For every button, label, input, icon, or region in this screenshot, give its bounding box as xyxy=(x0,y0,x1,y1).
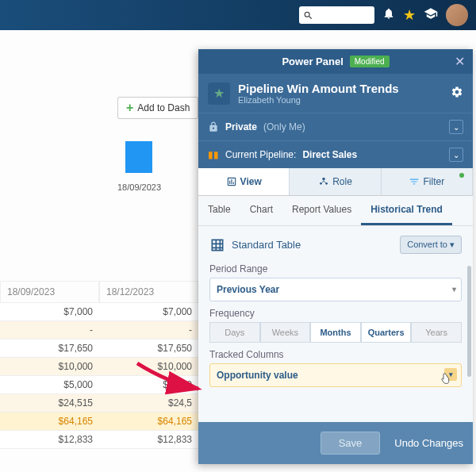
chevron-down-icon[interactable]: ⌄ xyxy=(449,148,463,162)
privacy-scope: (Only Me) xyxy=(263,121,305,132)
save-button[interactable]: Save xyxy=(321,432,381,455)
annotation-arrow xyxy=(133,355,205,395)
panel-body: Standard Table Convert to ▾ Period Range… xyxy=(198,226,473,422)
subtabs: Table Chart Report Values Historical Tre… xyxy=(198,196,473,226)
pipeline-icon: ▮▮ xyxy=(208,149,219,160)
chevron-down-icon[interactable]: ⌄ xyxy=(449,120,463,134)
cursor-pointer-icon xyxy=(439,371,451,389)
freq-months[interactable]: Months xyxy=(310,322,361,343)
tabs-row: View Role Filter xyxy=(198,168,473,196)
report-title: Pipeline Win Amount Trends xyxy=(238,82,399,95)
lock-icon xyxy=(208,121,219,132)
table-row: $7,000$7,000 xyxy=(0,303,198,321)
privacy-row[interactable]: Private (Only Me) ⌄ xyxy=(198,113,473,140)
panel-header: Power Panel Modified ✕ xyxy=(198,49,473,74)
frequency-label: Frequency xyxy=(209,308,462,319)
svg-point-1 xyxy=(320,182,322,185)
favorites-star-icon[interactable]: ★ xyxy=(403,6,416,24)
col-header: 18/09/2023 xyxy=(0,281,99,303)
panel-footer: Save Undo Changes xyxy=(198,422,473,464)
freq-days[interactable]: Days xyxy=(209,322,260,343)
svg-point-2 xyxy=(325,182,328,185)
subtab-chart[interactable]: Chart xyxy=(240,196,282,225)
top-bar: ★ xyxy=(0,0,476,30)
col-header: 18/12/2023 xyxy=(99,281,198,303)
freq-quarters[interactable]: Quarters xyxy=(361,322,412,343)
tab-role[interactable]: Role xyxy=(290,168,381,195)
report-owner: Elizabeth Young xyxy=(238,95,399,105)
freq-weeks[interactable]: Weeks xyxy=(260,322,311,343)
table-row: $12,833$12,833 xyxy=(0,431,198,449)
period-range-label: Period Range xyxy=(209,263,462,274)
svg-point-0 xyxy=(322,178,325,181)
role-icon xyxy=(318,176,329,187)
plus-icon: + xyxy=(126,101,133,115)
pipeline-label: Current Pipeline: xyxy=(225,149,296,160)
panel-header-title: Power Panel xyxy=(282,56,343,67)
search-input[interactable] xyxy=(299,6,374,24)
chart-x-label: 18/09/2023 xyxy=(117,182,161,192)
filter-icon xyxy=(409,176,420,187)
subtab-table[interactable]: Table xyxy=(198,196,240,225)
avatar[interactable] xyxy=(446,4,468,26)
power-panel: Power Panel Modified ✕ ★ Pipeline Win Am… xyxy=(198,49,473,464)
pipeline-row[interactable]: ▮▮ Current Pipeline: Direct Sales ⌄ xyxy=(198,140,473,168)
subtab-historical-trend[interactable]: Historical Trend xyxy=(361,196,452,225)
tracked-columns-select[interactable]: Opportunity value ▾ xyxy=(209,363,462,387)
pipeline-value: Direct Sales xyxy=(302,149,357,160)
tracked-columns-label: Tracked Columns xyxy=(209,349,462,360)
table-row: $24,515$24,5 xyxy=(0,394,198,413)
gear-icon[interactable] xyxy=(451,86,463,102)
view-icon xyxy=(226,176,237,187)
scrollbar-thumb[interactable] xyxy=(467,266,471,377)
add-to-dashboard-button[interactable]: + Add to Dash xyxy=(117,97,198,119)
tab-view[interactable]: View xyxy=(198,168,290,195)
add-dash-label: Add to Dash xyxy=(137,102,190,113)
privacy-label: Private xyxy=(225,121,257,132)
bell-icon[interactable] xyxy=(382,7,395,23)
convert-to-button[interactable]: Convert to ▾ xyxy=(400,236,462,254)
subtab-report-values[interactable]: Report Values xyxy=(282,196,361,225)
table-icon xyxy=(209,237,225,253)
undo-changes-link[interactable]: Undo Changes xyxy=(394,437,463,449)
frequency-buttons: Days Weeks Months Quarters Years xyxy=(209,322,462,343)
modified-badge: Modified xyxy=(350,56,390,67)
period-range-select[interactable]: Previous Year ▾ xyxy=(209,278,462,301)
report-title-row: ★ Pipeline Win Amount Trends Elizabeth Y… xyxy=(198,74,473,113)
graduation-icon[interactable] xyxy=(424,6,438,24)
freq-years[interactable]: Years xyxy=(411,322,462,343)
close-icon[interactable]: ✕ xyxy=(455,54,465,69)
filter-active-indicator xyxy=(459,173,464,178)
favorite-toggle[interactable]: ★ xyxy=(208,83,230,105)
tab-filter[interactable]: Filter xyxy=(382,168,473,195)
chevron-down-icon: ▾ xyxy=(452,285,456,294)
table-type-label: Standard Table xyxy=(232,239,301,251)
table-row: $64,165$64,165 xyxy=(0,413,198,431)
bar-chart-bar xyxy=(125,141,152,173)
search-icon xyxy=(303,10,313,21)
table-row: -- xyxy=(0,321,198,340)
